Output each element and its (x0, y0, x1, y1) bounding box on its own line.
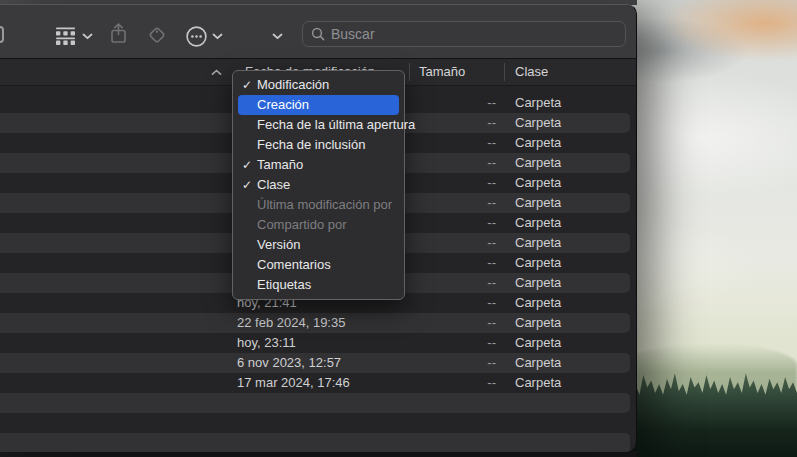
menu-item[interactable]: Creación (238, 95, 399, 115)
table-row[interactable]: 6 nov 2023, 12:57 -- Carpeta (0, 353, 636, 373)
group-view-button[interactable] (55, 27, 76, 45)
cell-kind: Carpeta (515, 233, 561, 253)
cell-kind: Carpeta (515, 373, 561, 393)
cell-date-modified: 6 nov 2023, 12:57 (237, 353, 341, 373)
cell-size: -- (487, 193, 496, 213)
menu-item-label: Fecha de la última apertura (257, 117, 415, 132)
column-header-kind[interactable]: Clase (515, 59, 548, 85)
menu-item-label: Última modificación por (257, 197, 392, 212)
cell-date-modified: 22 feb 2024, 19:35 (237, 313, 345, 333)
menu-item[interactable]: Etiquetas (238, 275, 399, 295)
row-stripe (0, 393, 630, 413)
cell-size: -- (487, 253, 496, 273)
search-icon (311, 27, 325, 41)
menu-item-label: Clase (257, 177, 290, 192)
cell-kind: Carpeta (515, 293, 561, 313)
cell-kind: Carpeta (515, 353, 561, 373)
cell-size: -- (487, 333, 496, 353)
table-row[interactable]: 17 mar 2024, 17:46 -- Carpeta (0, 373, 636, 393)
chevron-down-icon (212, 33, 223, 40)
cell-kind: Carpeta (515, 173, 561, 193)
checkmark-icon: ✓ (242, 155, 256, 175)
cell-size: -- (487, 273, 496, 293)
search-field[interactable] (302, 21, 626, 47)
more-actions-chevron[interactable] (212, 33, 223, 40)
cell-kind: Carpeta (515, 313, 561, 333)
tag-button[interactable] (147, 25, 167, 45)
group-view-chevron[interactable] (82, 33, 93, 40)
menu-item-label: Fecha de inclusión (257, 137, 365, 152)
menu-item[interactable]: Fecha de inclusión (238, 135, 399, 155)
cell-kind: Carpeta (515, 333, 561, 353)
clipped-toolbar-icon[interactable] (0, 26, 4, 43)
cell-size: -- (487, 153, 496, 173)
menu-item[interactable]: ✓ Tamaño (238, 155, 399, 175)
chevron-down-icon (272, 33, 283, 40)
menu-item-label: Tamaño (257, 157, 303, 172)
sort-ascending-icon[interactable] (211, 69, 222, 76)
checkmark-icon: ✓ (242, 75, 256, 95)
cell-kind: Carpeta (515, 93, 561, 113)
column-separator[interactable] (409, 63, 410, 81)
column-separator[interactable] (504, 63, 505, 81)
column-header-size[interactable]: Tamaño (419, 59, 465, 85)
cell-kind: Carpeta (515, 213, 561, 233)
cell-size: -- (487, 353, 496, 373)
ellipsis-circle-icon (185, 25, 208, 48)
menu-item-label: Creación (257, 97, 309, 112)
cell-kind: Carpeta (515, 133, 561, 153)
cell-date-modified: 17 mar 2024, 17:46 (237, 373, 350, 393)
group-view-icon (55, 27, 76, 45)
share-button[interactable] (109, 23, 128, 44)
menu-item[interactable]: Compartido por (238, 215, 399, 235)
cell-size: -- (487, 133, 496, 153)
cell-kind: Carpeta (515, 153, 561, 173)
cell-kind: Carpeta (515, 113, 561, 133)
menu-item[interactable]: ✓ Clase (238, 175, 399, 195)
table-row[interactable] (0, 393, 636, 413)
cell-size: -- (487, 93, 496, 113)
checkmark-icon: ✓ (242, 175, 256, 195)
cell-kind: Carpeta (515, 273, 561, 293)
menu-item-label: Versión (257, 237, 300, 252)
table-row[interactable]: 22 feb 2024, 19:35 -- Carpeta (0, 313, 636, 333)
cell-kind: Carpeta (515, 253, 561, 273)
menu-item-label: Modificación (257, 77, 329, 92)
cell-size: -- (487, 173, 496, 193)
table-row[interactable] (0, 413, 636, 433)
more-actions-button[interactable] (185, 25, 208, 48)
cell-size: -- (487, 313, 496, 333)
cell-size: -- (487, 213, 496, 233)
window-toolbar (0, 5, 636, 59)
popup-chevron-button[interactable] (272, 33, 283, 40)
cell-size: -- (487, 113, 496, 133)
menu-item-label: Compartido por (257, 217, 347, 232)
menu-item[interactable]: Comentarios (238, 255, 399, 275)
cell-date-modified: hoy, 23:11 (237, 333, 296, 353)
cell-size: -- (487, 233, 496, 253)
menu-item[interactable]: ✓ Modificación (238, 75, 399, 95)
cell-size: -- (487, 373, 496, 393)
menu-item-label: Comentarios (257, 257, 331, 272)
table-row[interactable] (0, 433, 636, 452)
column-context-menu: ✓ Modificación Creación Fecha de la últi… (232, 70, 405, 300)
menu-item[interactable]: Fecha de la última apertura (238, 115, 399, 135)
cell-size: -- (487, 293, 496, 313)
menu-item[interactable]: Última modificación por (238, 195, 399, 215)
table-row[interactable]: hoy, 23:11 -- Carpeta (0, 333, 636, 353)
tag-icon (147, 25, 167, 45)
menu-item-label: Etiquetas (257, 277, 311, 292)
chevron-down-icon (82, 33, 93, 40)
share-icon (109, 23, 128, 44)
row-stripe (0, 433, 630, 452)
menu-item[interactable]: Versión (238, 235, 399, 255)
search-input[interactable] (331, 26, 617, 42)
cell-kind: Carpeta (515, 193, 561, 213)
